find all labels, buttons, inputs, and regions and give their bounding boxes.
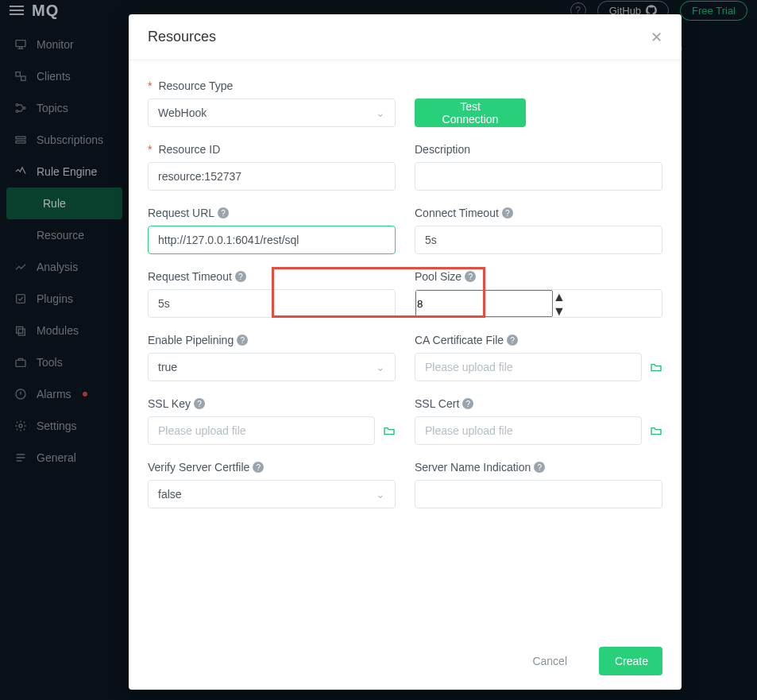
close-icon[interactable]: ✕ — [651, 29, 662, 46]
cancel-button[interactable]: Cancel — [516, 647, 583, 675]
ca-cert-input[interactable] — [415, 353, 642, 381]
step-down-icon[interactable]: ▼ — [553, 304, 566, 318]
help-icon[interactable]: ? — [502, 207, 513, 219]
description-input[interactable] — [415, 162, 662, 191]
resource-type-value: WebHook — [158, 106, 207, 119]
pool-size-input[interactable] — [415, 290, 553, 317]
chevron-down-icon: ⌄ — [376, 488, 385, 501]
test-connection-button[interactable]: Test Connection — [415, 99, 526, 127]
step-up-icon[interactable]: ▲ — [553, 290, 566, 304]
verify-server-value: false — [158, 488, 182, 501]
sni-label: Server Name Indication? — [415, 461, 662, 474]
help-icon[interactable]: ? — [462, 398, 473, 409]
resource-id-input[interactable] — [148, 162, 396, 191]
create-button[interactable]: Create — [599, 647, 662, 675]
folder-icon[interactable] — [650, 361, 662, 373]
ca-cert-label: CA Certificate File? — [415, 334, 662, 346]
sni-input[interactable] — [415, 480, 662, 509]
enable-pipelining-select[interactable]: true ⌄ — [148, 353, 396, 381]
ssl-cert-input[interactable] — [415, 416, 642, 445]
help-icon[interactable]: ? — [235, 271, 246, 282]
help-icon[interactable]: ? — [218, 207, 229, 219]
modal-title: Resources — [148, 29, 216, 45]
chevron-down-icon: ⌄ — [376, 361, 385, 373]
folder-icon[interactable] — [383, 424, 396, 437]
help-icon[interactable]: ? — [253, 462, 264, 473]
enable-pipelining-value: true — [158, 361, 177, 373]
verify-server-label: Verify Server Certfile? — [148, 461, 396, 474]
ssl-key-input[interactable] — [148, 416, 375, 445]
enable-pipelining-label: Enable Pipelining? — [148, 334, 396, 346]
request-timeout-label: Request Timeout? — [148, 270, 396, 283]
help-icon[interactable]: ? — [237, 335, 248, 346]
resource-type-select[interactable]: WebHook ⌄ — [148, 99, 396, 127]
resources-modal: Resources ✕ *Resource Type WebHook ⌄ Tes… — [129, 14, 682, 690]
pool-size-label: Pool Size? — [415, 270, 662, 283]
resource-type-label: *Resource Type — [148, 79, 396, 92]
help-icon[interactable]: ? — [534, 462, 545, 473]
chevron-down-icon: ⌄ — [376, 106, 385, 119]
connect-timeout-label: Connect Timeout? — [415, 207, 662, 219]
folder-icon[interactable] — [650, 424, 662, 437]
help-icon[interactable]: ? — [194, 398, 205, 409]
help-icon[interactable]: ? — [465, 271, 476, 282]
request-url-label: Request URL? — [148, 207, 396, 219]
connect-timeout-input[interactable] — [415, 226, 662, 254]
description-label: Description — [415, 143, 662, 156]
help-icon[interactable]: ? — [507, 335, 518, 346]
request-timeout-input[interactable] — [148, 289, 396, 318]
verify-server-select[interactable]: false ⌄ — [148, 480, 396, 509]
request-url-input[interactable] — [148, 226, 396, 254]
resource-id-label: *Resource ID — [148, 143, 396, 156]
pool-size-stepper[interactable]: ▲▼ — [415, 289, 662, 318]
ssl-key-label: SSL Key? — [148, 397, 396, 410]
ssl-cert-label: SSL Cert? — [415, 397, 662, 410]
